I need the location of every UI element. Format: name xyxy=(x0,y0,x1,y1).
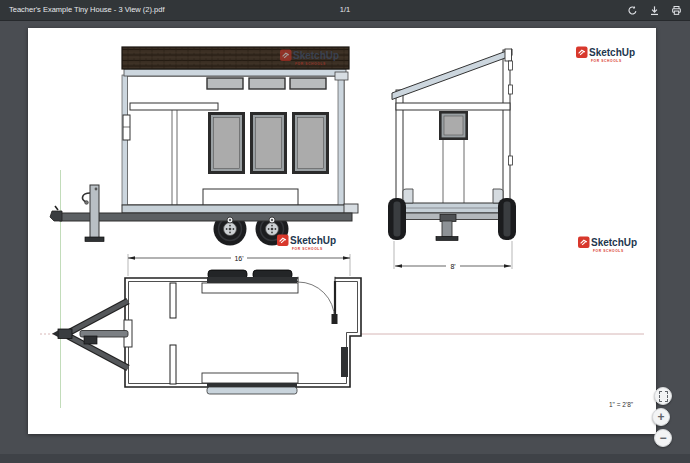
pdf-page: 8' 16' xyxy=(28,28,656,434)
brand-name: SketchUp xyxy=(290,235,336,246)
dim-side-width-label: 8' xyxy=(450,263,455,270)
brand-tagline: FOR SCHOOLS xyxy=(591,59,622,63)
tiny-house-3view-drawing: 8' 16' xyxy=(28,28,656,434)
rotate-button[interactable] xyxy=(624,2,640,18)
brand-tagline: FOR SCHOOLS xyxy=(292,247,323,251)
fit-page-icon xyxy=(659,391,668,402)
clerestory-windows xyxy=(207,78,326,89)
hitch-coupler-front xyxy=(50,211,62,221)
brand-name: SketchUp xyxy=(591,237,637,248)
viewer-bottom-strip xyxy=(0,454,690,463)
zoom-in-button[interactable]: + xyxy=(652,408,670,426)
sketchup-logo: SketchUp FOR SCHOOLS xyxy=(578,237,637,253)
print-icon xyxy=(671,5,682,16)
document-title: Teacher's Example Tiny House - 3 View (2… xyxy=(9,0,165,20)
rotate-icon xyxy=(627,5,638,16)
side-window xyxy=(439,111,468,203)
fit-page-button[interactable] xyxy=(654,387,672,405)
dim-plan-width-label: 16' xyxy=(234,255,243,262)
brand-tagline: FOR SCHOOLS xyxy=(593,249,624,253)
trailer-tongue-plan xyxy=(52,301,128,368)
pdf-viewer-window: Teacher's Example Tiny House - 3 View (2… xyxy=(0,0,690,463)
front-elevation-view xyxy=(50,47,358,246)
sketchup-logo: SketchUp FOR SCHOOLS xyxy=(576,47,635,63)
download-button[interactable] xyxy=(646,2,662,18)
download-icon xyxy=(649,5,660,16)
side-elevation-view: 8' xyxy=(388,49,516,271)
floor-plan-view: 16' xyxy=(52,254,361,395)
brand-name: SketchUp xyxy=(589,47,635,58)
print-button[interactable] xyxy=(668,2,684,18)
pdf-toolbar: Teacher's Example Tiny House - 3 View (2… xyxy=(0,0,690,21)
sketchup-logo: SketchUp FOR SCHOOLS xyxy=(277,235,336,251)
brand-name: SketchUp xyxy=(293,50,339,61)
zoom-out-button[interactable]: − xyxy=(654,429,672,447)
brand-tagline: FOR SCHOOLS xyxy=(295,62,326,66)
dimension-8ft: 8' xyxy=(394,241,512,271)
front-windows xyxy=(208,112,329,174)
scale-note: 1" = 2'8" xyxy=(609,401,634,408)
